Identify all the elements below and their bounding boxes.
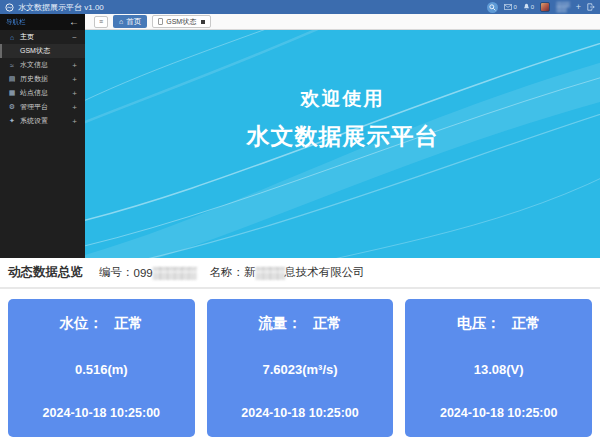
collapse-indicator: − xyxy=(72,33,77,42)
serial-redacted: ▒▒▒▒▒▒ xyxy=(153,267,196,279)
tools-icon: ✦ xyxy=(8,117,16,125)
serial-label: 编号： xyxy=(99,265,134,280)
search-button[interactable] xyxy=(487,2,498,13)
sidebar-item-label: 系统设置 xyxy=(20,116,48,126)
sidebar-nav: ⌂ 主页 − GSM状态 ≈ 水文信息 + ▤ 历史数据 + ▦ 站点信息 + … xyxy=(0,30,85,258)
water-level-card[interactable]: 水位： 正常 0.516(m) 2024-10-18 10:25:00 xyxy=(8,299,195,437)
metric-value: 0.516(m) xyxy=(75,362,128,377)
welcome-message: 欢迎使用 水文数据展示平台 xyxy=(85,86,600,152)
bell-icon xyxy=(523,3,530,11)
expand-indicator: + xyxy=(72,117,77,126)
card-title: 水位： 正常 xyxy=(60,314,144,333)
voltage-card[interactable]: 电压： 正常 13.08(V) 2024-10-18 10:25:00 xyxy=(405,299,592,437)
metric-label: 电压： xyxy=(457,314,501,333)
user-role: ▒▒▒ xyxy=(556,7,570,12)
notifications-button[interactable]: 0 xyxy=(523,3,534,11)
add-button[interactable]: + xyxy=(576,3,581,12)
card-title: 电压： 正常 xyxy=(457,314,541,333)
sidebar-header-title: 导航栏 xyxy=(6,18,26,27)
expand-indicator: + xyxy=(72,89,77,98)
welcome-panel: 欢迎使用 水文数据展示平台 xyxy=(85,30,600,258)
welcome-line1: 欢迎使用 xyxy=(85,86,600,112)
card-title: 流量： 正常 xyxy=(258,314,342,333)
water-icon: ≈ xyxy=(8,62,16,69)
toggle-menu-button[interactable]: ≡ xyxy=(94,16,108,28)
user-info[interactable]: ▒▒▒▒ ▒▒▒ xyxy=(556,2,570,12)
tab-label: GSM状态 xyxy=(166,17,196,27)
chart-icon: ▤ xyxy=(8,75,16,83)
metric-value: 13.08(V) xyxy=(474,362,524,377)
file-icon xyxy=(158,18,163,25)
sidebar-item-station-info[interactable]: ▦ 站点信息 + xyxy=(0,86,85,100)
mail-icon xyxy=(504,4,512,10)
home-icon: ⌂ xyxy=(8,34,16,41)
metric-label: 流量： xyxy=(258,314,302,333)
home-button-label: 首页 xyxy=(126,17,141,27)
name-prefix: 新 xyxy=(244,265,256,280)
sidebar-subitem-label: GSM状态 xyxy=(20,46,50,56)
gear-icon: ⚙ xyxy=(8,103,16,111)
sidebar-item-admin-platform[interactable]: ⚙ 管理平台 + xyxy=(0,100,85,114)
messages-button[interactable]: 0 xyxy=(504,4,516,10)
collapse-sidebar-button[interactable]: ← xyxy=(69,17,79,27)
sidebar-item-hydro-info[interactable]: ≈ 水文信息 + xyxy=(0,58,85,72)
table-icon: ▦ xyxy=(8,89,16,97)
app-logo-icon xyxy=(5,3,14,12)
status-badge: 正常 xyxy=(313,314,342,333)
sidebar-item-label: 管理平台 xyxy=(20,102,48,112)
timestamp: 2024-10-18 10:25:00 xyxy=(43,406,160,420)
messages-badge: 0 xyxy=(513,4,516,10)
serial-prefix: 099 xyxy=(134,267,153,279)
welcome-line2: 水文数据展示平台 xyxy=(85,121,600,152)
top-bar: 水文数据展示平台 v1.00 0 0 ▒▒▒▒ ▒▒▒ xyxy=(0,0,600,14)
sidebar-item-home[interactable]: ⌂ 主页 − xyxy=(0,30,85,44)
sidebar-item-system-settings[interactable]: ✦ 系统设置 + xyxy=(0,114,85,128)
status-badge: 正常 xyxy=(114,314,143,333)
status-badge: 正常 xyxy=(511,314,540,333)
expand-indicator: + xyxy=(72,75,77,84)
logout-icon xyxy=(587,3,595,11)
name-suffix: 息技术有限公司 xyxy=(284,265,365,280)
home-button[interactable]: ⌂ 首页 xyxy=(113,15,147,28)
app-title: 水文数据展示平台 v1.00 xyxy=(18,2,104,13)
timestamp: 2024-10-18 10:25:00 xyxy=(440,406,557,420)
tab-gsm-status[interactable]: GSM状态 xyxy=(152,15,211,28)
overview-title: 动态数据总览 xyxy=(8,264,83,281)
flow-rate-card[interactable]: 流量： 正常 7.6023(m³/s) 2024-10-18 10:25:00 xyxy=(207,299,394,437)
toolbar-row: 导航栏 ← ≡ ⌂ 首页 GSM状态 xyxy=(0,14,600,30)
name-label: 名称： xyxy=(210,265,245,280)
company-name: 名称： 新 ▒▒▒▒ 息技术有限公司 xyxy=(210,265,365,280)
metric-label: 水位： xyxy=(60,314,104,333)
home-icon: ⌂ xyxy=(119,18,123,25)
topbar-actions: 0 0 ▒▒▒▒ ▒▒▒ + xyxy=(487,2,595,13)
sidebar-item-label: 历史数据 xyxy=(20,74,48,84)
notifications-badge: 0 xyxy=(531,4,534,10)
sidebar-item-label: 主页 xyxy=(20,32,34,42)
tab-toolbar: ≡ ⌂ 首页 GSM状态 xyxy=(85,14,600,30)
timestamp: 2024-10-18 10:25:00 xyxy=(241,406,358,420)
dynamic-data-overview-bar: 动态数据总览 编号： 099 ▒▒▒▒▒▒ 名称： 新 ▒▒▒▒ 息技术有限公司 xyxy=(0,258,600,289)
sidebar-item-label: 水文信息 xyxy=(20,60,48,70)
user-avatar[interactable] xyxy=(540,2,550,12)
sidebar-subitem-gsm-status[interactable]: GSM状态 xyxy=(0,44,85,58)
name-redacted: ▒▒▒▒ xyxy=(256,267,285,279)
expand-indicator: + xyxy=(72,103,77,112)
device-serial: 编号： 099 ▒▒▒▒▒▒ xyxy=(99,265,196,280)
status-cards: 水位： 正常 0.516(m) 2024-10-18 10:25:00 流量： … xyxy=(0,299,600,437)
tab-close-icon[interactable] xyxy=(201,20,205,24)
logout-button[interactable] xyxy=(587,3,595,11)
sidebar-item-history-data[interactable]: ▤ 历史数据 + xyxy=(0,72,85,86)
sidebar-header: 导航栏 ← xyxy=(0,14,85,30)
expand-indicator: + xyxy=(72,61,77,70)
metric-value: 7.6023(m³/s) xyxy=(262,362,337,377)
sidebar-item-label: 站点信息 xyxy=(20,88,48,98)
search-icon xyxy=(489,4,496,11)
